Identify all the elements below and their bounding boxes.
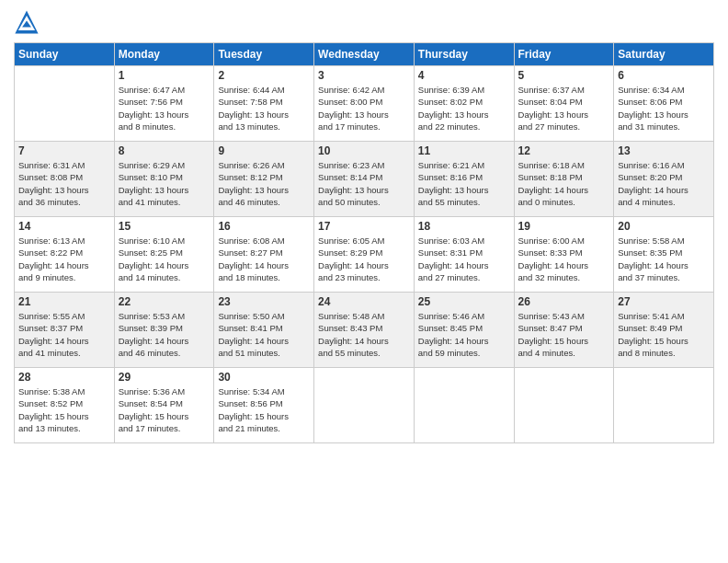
calendar-cell: 26Sunrise: 5:43 AM Sunset: 8:47 PM Dayli… <box>514 293 614 368</box>
day-number: 30 <box>218 371 310 384</box>
day-number: 18 <box>418 220 510 233</box>
calendar-cell: 1Sunrise: 6:47 AM Sunset: 7:56 PM Daylig… <box>114 66 214 142</box>
day-info: Sunrise: 6:31 AM Sunset: 8:08 PM Dayligh… <box>18 159 110 208</box>
calendar-week-row: 7Sunrise: 6:31 AM Sunset: 8:08 PM Daylig… <box>15 142 714 217</box>
day-info: Sunrise: 5:36 AM Sunset: 8:54 PM Dayligh… <box>119 385 210 434</box>
weekday-header: Wednesday <box>314 43 415 66</box>
day-info: Sunrise: 5:34 AM Sunset: 8:56 PM Dayligh… <box>218 385 310 434</box>
day-info: Sunrise: 5:58 AM Sunset: 8:35 PM Dayligh… <box>618 235 710 283</box>
day-number: 8 <box>119 144 210 157</box>
calendar-cell: 10Sunrise: 6:23 AM Sunset: 8:14 PM Dayli… <box>314 142 415 217</box>
day-info: Sunrise: 5:46 AM Sunset: 8:45 PM Dayligh… <box>418 310 510 359</box>
day-info: Sunrise: 6:13 AM Sunset: 8:22 PM Dayligh… <box>18 235 110 283</box>
weekday-header: Thursday <box>414 43 514 66</box>
day-number: 11 <box>418 144 510 157</box>
day-number: 6 <box>618 69 710 82</box>
calendar-cell: 3Sunrise: 6:42 AM Sunset: 8:00 PM Daylig… <box>314 66 415 142</box>
calendar-cell: 7Sunrise: 6:31 AM Sunset: 8:08 PM Daylig… <box>15 142 115 217</box>
day-number: 20 <box>618 220 710 233</box>
calendar-cell: 22Sunrise: 5:53 AM Sunset: 8:39 PM Dayli… <box>114 293 214 368</box>
calendar-week-row: 28Sunrise: 5:38 AM Sunset: 8:52 PM Dayli… <box>15 368 714 443</box>
calendar-cell: 25Sunrise: 5:46 AM Sunset: 8:45 PM Dayli… <box>414 293 514 368</box>
day-number: 16 <box>218 220 310 233</box>
day-number: 4 <box>418 69 510 82</box>
day-number: 10 <box>318 144 410 157</box>
calendar-cell: 27Sunrise: 5:41 AM Sunset: 8:49 PM Dayli… <box>614 293 714 368</box>
weekday-header: Friday <box>514 43 614 66</box>
day-number: 27 <box>618 295 710 308</box>
day-number: 2 <box>218 69 310 82</box>
day-info: Sunrise: 6:05 AM Sunset: 8:29 PM Dayligh… <box>318 235 410 283</box>
calendar-cell: 15Sunrise: 6:10 AM Sunset: 8:25 PM Dayli… <box>114 217 214 293</box>
calendar-cell: 17Sunrise: 6:05 AM Sunset: 8:29 PM Dayli… <box>314 217 415 293</box>
day-info: Sunrise: 6:10 AM Sunset: 8:25 PM Dayligh… <box>119 235 210 283</box>
weekday-header: Tuesday <box>214 43 314 66</box>
calendar-cell: 8Sunrise: 6:29 AM Sunset: 8:10 PM Daylig… <box>114 142 214 217</box>
day-info: Sunrise: 6:00 AM Sunset: 8:33 PM Dayligh… <box>518 235 610 283</box>
day-number: 23 <box>218 295 310 308</box>
calendar-cell: 4Sunrise: 6:39 AM Sunset: 8:02 PM Daylig… <box>414 66 514 142</box>
day-info: Sunrise: 5:55 AM Sunset: 8:37 PM Dayligh… <box>18 310 110 359</box>
day-info: Sunrise: 6:39 AM Sunset: 8:02 PM Dayligh… <box>418 84 510 132</box>
day-number: 9 <box>218 144 310 157</box>
calendar-week-row: 1Sunrise: 6:47 AM Sunset: 7:56 PM Daylig… <box>15 66 714 142</box>
day-info: Sunrise: 6:03 AM Sunset: 8:31 PM Dayligh… <box>418 235 510 283</box>
day-info: Sunrise: 6:44 AM Sunset: 7:58 PM Dayligh… <box>218 84 310 132</box>
day-number: 25 <box>418 295 510 308</box>
calendar-cell: 11Sunrise: 6:21 AM Sunset: 8:16 PM Dayli… <box>414 142 514 217</box>
day-number: 13 <box>618 144 710 157</box>
calendar-cell: 28Sunrise: 5:38 AM Sunset: 8:52 PM Dayli… <box>15 368 115 443</box>
header <box>14 9 714 35</box>
weekday-header: Monday <box>114 43 214 66</box>
day-number: 19 <box>518 220 610 233</box>
calendar-cell: 19Sunrise: 6:00 AM Sunset: 8:33 PM Dayli… <box>514 217 614 293</box>
weekday-header-row: SundayMondayTuesdayWednesdayThursdayFrid… <box>15 43 714 66</box>
calendar-week-row: 14Sunrise: 6:13 AM Sunset: 8:22 PM Dayli… <box>15 217 714 293</box>
calendar-cell: 14Sunrise: 6:13 AM Sunset: 8:22 PM Dayli… <box>15 217 115 293</box>
day-info: Sunrise: 6:08 AM Sunset: 8:27 PM Dayligh… <box>218 235 310 283</box>
calendar-cell: 21Sunrise: 5:55 AM Sunset: 8:37 PM Dayli… <box>15 293 115 368</box>
day-info: Sunrise: 6:37 AM Sunset: 8:04 PM Dayligh… <box>518 84 610 132</box>
calendar-week-row: 21Sunrise: 5:55 AM Sunset: 8:37 PM Dayli… <box>15 293 714 368</box>
day-number: 17 <box>318 220 410 233</box>
day-info: Sunrise: 6:34 AM Sunset: 8:06 PM Dayligh… <box>618 84 710 132</box>
calendar-cell: 29Sunrise: 5:36 AM Sunset: 8:54 PM Dayli… <box>114 368 214 443</box>
day-number: 22 <box>119 295 210 308</box>
day-info: Sunrise: 5:48 AM Sunset: 8:43 PM Dayligh… <box>318 310 410 359</box>
calendar-cell: 18Sunrise: 6:03 AM Sunset: 8:31 PM Dayli… <box>414 217 514 293</box>
day-info: Sunrise: 5:41 AM Sunset: 8:49 PM Dayligh… <box>618 310 710 359</box>
logo <box>14 9 43 35</box>
day-number: 15 <box>119 220 210 233</box>
calendar-cell: 9Sunrise: 6:26 AM Sunset: 8:12 PM Daylig… <box>214 142 314 217</box>
day-info: Sunrise: 6:29 AM Sunset: 8:10 PM Dayligh… <box>119 159 210 208</box>
day-number: 7 <box>18 144 110 157</box>
calendar-cell: 13Sunrise: 6:16 AM Sunset: 8:20 PM Dayli… <box>614 142 714 217</box>
day-number: 12 <box>518 144 610 157</box>
calendar-cell: 16Sunrise: 6:08 AM Sunset: 8:27 PM Dayli… <box>214 217 314 293</box>
calendar-cell <box>314 368 415 443</box>
day-info: Sunrise: 5:53 AM Sunset: 8:39 PM Dayligh… <box>119 310 210 359</box>
day-number: 29 <box>119 371 210 384</box>
calendar-cell <box>514 368 614 443</box>
weekday-header: Saturday <box>614 43 714 66</box>
day-number: 21 <box>18 295 110 308</box>
calendar-cell: 2Sunrise: 6:44 AM Sunset: 7:58 PM Daylig… <box>214 66 314 142</box>
calendar-cell: 6Sunrise: 6:34 AM Sunset: 8:06 PM Daylig… <box>614 66 714 142</box>
day-info: Sunrise: 6:18 AM Sunset: 8:18 PM Dayligh… <box>518 159 610 208</box>
calendar-cell <box>414 368 514 443</box>
calendar-table: SundayMondayTuesdayWednesdayThursdayFrid… <box>14 42 714 443</box>
calendar-cell: 24Sunrise: 5:48 AM Sunset: 8:43 PM Dayli… <box>314 293 415 368</box>
calendar-cell: 20Sunrise: 5:58 AM Sunset: 8:35 PM Dayli… <box>614 217 714 293</box>
day-info: Sunrise: 6:21 AM Sunset: 8:16 PM Dayligh… <box>418 159 510 208</box>
day-info: Sunrise: 5:50 AM Sunset: 8:41 PM Dayligh… <box>218 310 310 359</box>
day-info: Sunrise: 6:47 AM Sunset: 7:56 PM Dayligh… <box>119 84 210 132</box>
day-info: Sunrise: 6:23 AM Sunset: 8:14 PM Dayligh… <box>318 159 410 208</box>
calendar-cell <box>15 66 115 142</box>
day-number: 3 <box>318 69 410 82</box>
day-info: Sunrise: 5:43 AM Sunset: 8:47 PM Dayligh… <box>518 310 610 359</box>
day-info: Sunrise: 6:16 AM Sunset: 8:20 PM Dayligh… <box>618 159 710 208</box>
day-number: 5 <box>518 69 610 82</box>
day-number: 26 <box>518 295 610 308</box>
day-number: 28 <box>18 371 110 384</box>
day-info: Sunrise: 6:26 AM Sunset: 8:12 PM Dayligh… <box>218 159 310 208</box>
